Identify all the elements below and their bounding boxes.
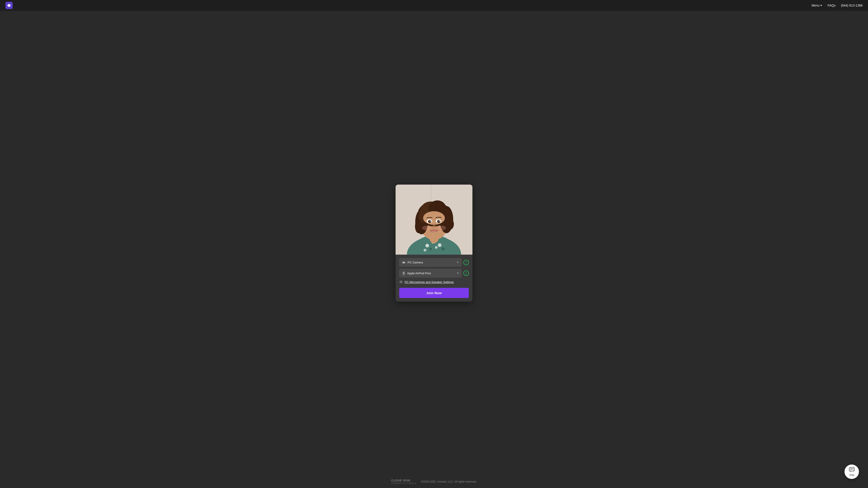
chat-fab-button[interactable]: Chat — [844, 464, 859, 479]
svg-point-21 — [415, 220, 422, 233]
svg-point-26 — [437, 220, 440, 223]
camera-select-inner: PC Camera — [402, 261, 459, 264]
camera-status-icon: ✓ — [463, 260, 469, 265]
settings-row: PC Microphone and Speaker Settings — [399, 280, 469, 284]
main-content: PC Camera ✓ — [0, 11, 868, 475]
svg-point-30 — [438, 226, 446, 230]
microphone-select[interactable]: Apple AirPod Pros — [399, 269, 462, 278]
join-now-button[interactable]: Join Now — [399, 288, 469, 298]
microphone-icon — [402, 271, 405, 275]
faq-link[interactable]: FAQs — [828, 4, 835, 7]
footer-copyright: ©2000-2022. Amrock, LLC. All rights rese… — [421, 480, 477, 483]
phone-number: (844) 913-1386 — [841, 4, 863, 7]
footer-brand-name: CLEAR SIGN — [391, 479, 410, 482]
camera-dropdown-row: PC Camera ✓ — [399, 258, 469, 267]
person-preview-bg — [396, 185, 472, 255]
svg-point-4 — [426, 244, 429, 248]
camera-label: PC Camera — [408, 261, 455, 264]
menu-button[interactable]: Menu — [811, 4, 822, 7]
microphone-check-icon: ✓ — [465, 272, 467, 275]
menu-label: Menu — [811, 4, 819, 7]
person-illustration — [396, 185, 472, 255]
svg-point-27 — [430, 221, 431, 222]
svg-point-35 — [401, 282, 402, 283]
microphone-dropdown-row: Apple AirPod Pros ✓ — [399, 269, 469, 278]
chevron-down-icon — [820, 5, 822, 6]
microphone-arrow-icon — [457, 273, 459, 274]
svg-point-29 — [422, 226, 430, 230]
camera-icon — [402, 261, 406, 264]
svg-point-10 — [424, 249, 426, 252]
logo-icon — [5, 2, 13, 9]
header-nav: Menu FAQs (844) 913-1386 — [811, 4, 863, 7]
gear-icon — [399, 280, 403, 284]
svg-point-25 — [428, 220, 431, 223]
svg-point-28 — [439, 221, 440, 222]
camera-preview — [396, 185, 472, 255]
svg-point-22 — [423, 211, 445, 225]
footer-brand: CLEAR SIGN POWERED BY AMROCK — [391, 479, 416, 484]
svg-rect-31 — [402, 262, 405, 263]
chat-label: Chat — [849, 474, 854, 476]
microphone-label: Apple AirPod Pros — [407, 271, 455, 275]
microphone-status-icon: ✓ — [463, 270, 469, 276]
card-body: PC Camera ✓ — [396, 255, 472, 302]
svg-point-8 — [435, 246, 438, 249]
settings-link[interactable]: PC Microphone and Speaker Settings — [405, 281, 454, 284]
header: Menu FAQs (844) 913-1386 — [0, 0, 868, 11]
camera-arrow-icon — [457, 262, 459, 263]
svg-point-7 — [430, 248, 432, 250]
svg-rect-36 — [849, 467, 854, 471]
logo — [5, 2, 13, 9]
svg-point-6 — [438, 243, 441, 247]
svg-rect-32 — [403, 271, 404, 273]
camera-check-icon: ✓ — [465, 261, 467, 264]
svg-point-20 — [446, 219, 454, 230]
join-card: PC Camera ✓ — [396, 185, 472, 302]
footer: CLEAR SIGN POWERED BY AMROCK ©2000-2022.… — [0, 475, 868, 488]
microphone-select-inner: Apple AirPod Pros — [402, 271, 459, 275]
camera-select[interactable]: PC Camera — [399, 258, 462, 267]
footer-powered-by: POWERED BY AMROCK — [391, 482, 416, 484]
chat-icon — [849, 467, 855, 473]
svg-point-9 — [441, 248, 445, 251]
